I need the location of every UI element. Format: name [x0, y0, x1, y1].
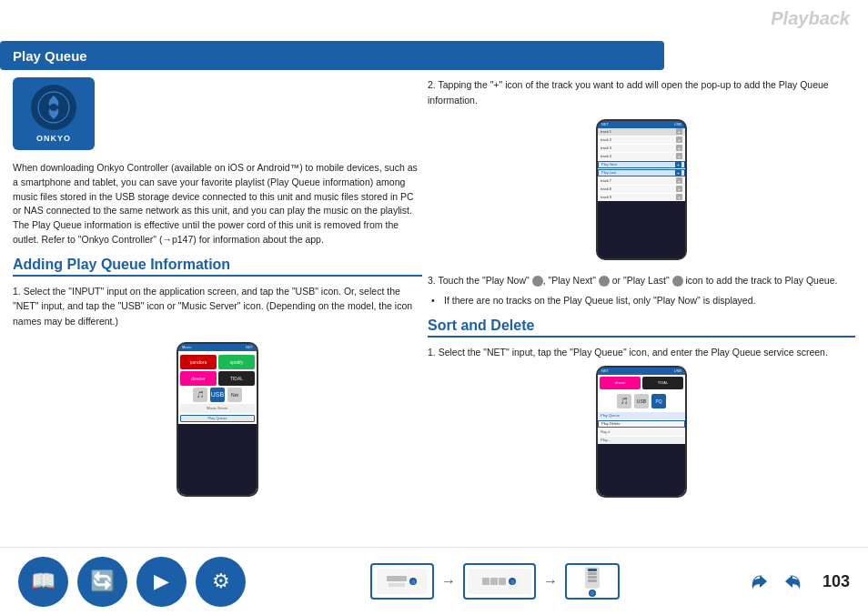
- page-number: 103: [823, 572, 850, 591]
- nav-device-box2: ○: [463, 563, 536, 600]
- connect-icon: 🔄: [90, 570, 115, 593]
- bottom-bar: 📖 🔄 ▶ ⚙ ○ →: [0, 547, 868, 615]
- play-icon: ▶: [154, 570, 169, 593]
- nav-icon-play[interactable]: ▶: [136, 557, 187, 607]
- phone-screenshot-left: Music NET pandora spotify: [177, 342, 258, 497]
- section-bar: Play Queue: [0, 41, 664, 70]
- nav-icon-catalog[interactable]: 📖: [18, 557, 68, 607]
- phone-screenshot-right-top: NET USB track 1 + track 2 + track 3: [596, 119, 687, 260]
- step1-text: 1. Select the "INPUT" input on the appli…: [13, 284, 422, 329]
- bottom-icons-mid: ○ → ○ →: [370, 563, 620, 600]
- step2-text: 2. Tapping the "+" icon of the track you…: [428, 77, 855, 108]
- nav-icon-connect[interactable]: 🔄: [77, 557, 127, 607]
- settings-icon: ⚙: [212, 570, 230, 593]
- content-right: 2. Tapping the "+" icon of the track you…: [428, 77, 855, 498]
- subsection1-title: Adding Play Queue Information: [13, 257, 422, 277]
- logo-text: ONKYO: [36, 134, 71, 143]
- page-title: Playback: [771, 8, 850, 29]
- catalog-icon: 📖: [31, 570, 56, 593]
- step3-bullet: If there are no tracks on the Play Queue…: [428, 293, 855, 308]
- redo-button[interactable]: [779, 567, 808, 596]
- device-inner1: ○: [377, 569, 427, 594]
- sort-step1-text: 1. Select the "NET" input, tap the "Play…: [428, 345, 855, 360]
- svg-point-1: [50, 104, 57, 111]
- phone-screenshot-sort: NET USB deezer TIDAL 🎵: [596, 366, 687, 498]
- device-inner2: ○: [468, 569, 531, 594]
- content-left: ONKYO When downloading Onkyo Controller …: [13, 77, 422, 504]
- section-bar-title: Play Queue: [13, 48, 87, 64]
- nav-device-box1: ○: [370, 563, 434, 600]
- page-header: Playback: [686, 0, 868, 36]
- intro-text: When downloading Onkyo Controller (avail…: [13, 159, 422, 247]
- subsection2-title: Sort and Delete: [428, 318, 855, 338]
- nav-icon-settings[interactable]: ⚙: [196, 557, 246, 607]
- undo-button[interactable]: [744, 567, 773, 596]
- step3-text: 3. Touch the "Play Now" , "Play Next" or…: [428, 273, 855, 288]
- nav-arrow2: →: [543, 573, 558, 590]
- nav-remote-box: ○: [565, 563, 620, 600]
- bottom-icons-right: 103: [744, 567, 850, 596]
- onkyo-logo: ONKYO: [13, 77, 95, 150]
- logo-circle: [31, 85, 76, 130]
- nav-arrow1: →: [441, 573, 456, 590]
- bottom-icons-left: 📖 🔄 ▶ ⚙: [18, 557, 246, 607]
